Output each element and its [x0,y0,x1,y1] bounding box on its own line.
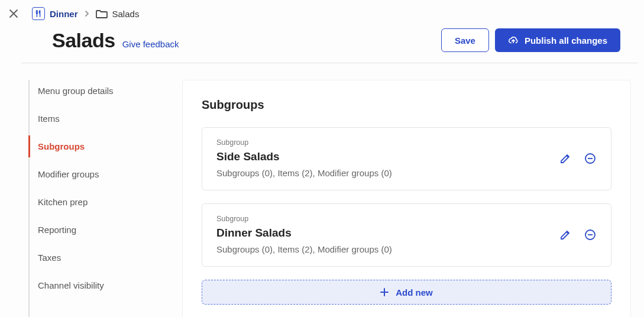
utensils-icon [32,7,45,20]
remove-icon[interactable] [584,228,597,241]
breadcrumb: Dinner Salads [32,7,139,20]
sidenav-item-taxes[interactable]: Taxes [30,247,170,269]
sidenav-item-reporting[interactable]: Reporting [30,219,170,241]
breadcrumb-current: Salads [96,9,140,19]
edit-icon[interactable] [559,228,572,241]
main-panel: Subgroups Subgroup Side Salads Subgroups… [182,80,631,317]
card-type-label: Subgroup [216,138,392,147]
subgroup-card: Subgroup Side Salads Subgroups (0), Item… [202,127,611,190]
sidenav-item-details[interactable]: Menu group details [30,80,170,102]
sidenav-item-items[interactable]: Items [30,108,170,130]
edit-icon[interactable] [559,152,572,165]
card-meta: Subgroups (0), Items (2), Modifier group… [216,168,392,178]
add-new-button[interactable]: Add new [202,280,611,305]
save-button[interactable]: Save [441,28,489,52]
card-title: Side Salads [216,150,392,163]
sidenav-item-modifier-groups[interactable]: Modifier groups [30,163,170,185]
breadcrumb-parent[interactable]: Dinner [32,7,78,20]
breadcrumb-parent-label: Dinner [50,9,78,19]
remove-icon[interactable] [584,152,597,165]
cloud-upload-icon [508,35,519,46]
sidenav-item-kitchen-prep[interactable]: Kitchen prep [30,191,170,213]
chevron-right-icon [84,9,90,18]
card-title: Dinner Salads [216,227,392,240]
publish-all-button[interactable]: Publish all changes [495,28,620,52]
add-new-label: Add new [396,287,433,297]
subgroup-card: Subgroup Dinner Salads Subgroups (0), It… [202,203,611,267]
give-feedback-link[interactable]: Give feedback [122,39,179,49]
page-title: Salads [52,29,115,52]
close-icon[interactable] [8,8,19,19]
sidenav-item-subgroups[interactable]: Subgroups [28,135,170,157]
folder-icon [96,9,108,19]
card-type-label: Subgroup [216,215,392,223]
sidenav: Menu group details Items Subgroups Modif… [28,80,170,317]
breadcrumb-current-label: Salads [112,9,140,19]
sidenav-item-channel-visibility[interactable]: Channel visibility [30,274,170,296]
plus-icon [380,288,389,296]
panel-title: Subgroups [202,98,611,112]
card-meta: Subgroups (0), Items (2), Modifier group… [216,244,392,254]
publish-all-label: Publish all changes [525,35,607,46]
